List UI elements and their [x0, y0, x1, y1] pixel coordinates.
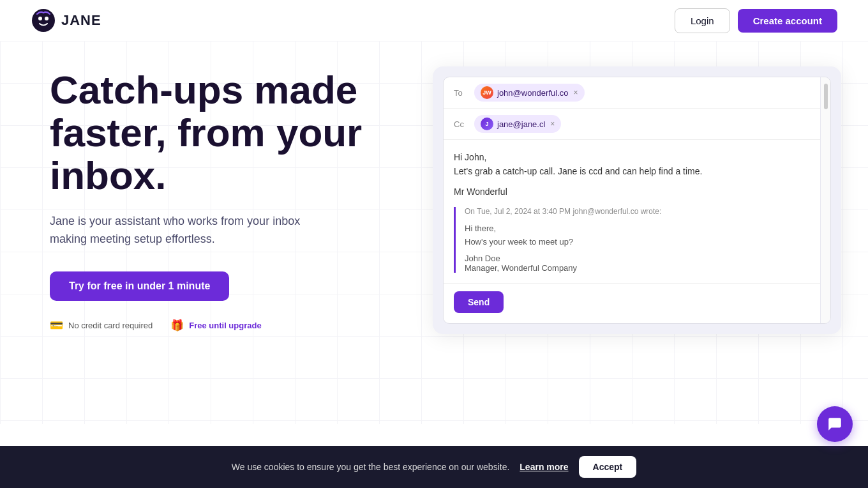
email-sender-name: Mr Wonderful — [454, 187, 807, 197]
chat-fab-button[interactable] — [817, 406, 853, 442]
to-label: To — [454, 88, 467, 98]
quoted-meta: On Tue, Jul 2, 2024 at 3:40 PM john@wond… — [465, 207, 807, 216]
learn-more-link[interactable]: Learn more — [520, 462, 568, 472]
nav-actions: Login Create account — [675, 8, 837, 33]
email-greeting: Hi John, Let's grab a catch-up call. Jan… — [454, 150, 807, 179]
email-card: To JW john@wonderful.co × Cc J jane@jane… — [443, 77, 831, 324]
try-free-button[interactable]: Try for free in under 1 minute — [50, 271, 229, 301]
no-credit-badge: 💳 No credit card required — [50, 319, 153, 332]
cookie-text: We use cookies to ensure you get the bes… — [232, 462, 510, 472]
login-button[interactable]: Login — [675, 8, 730, 33]
logo[interactable]: JANE — [31, 8, 101, 33]
chat-icon — [827, 416, 843, 432]
gift-icon: 🎁 — [170, 319, 184, 332]
create-account-button[interactable]: Create account — [738, 9, 837, 33]
svg-point-2 — [45, 17, 49, 20]
hero-subtext: Jane is your assistant who works from yo… — [50, 213, 331, 248]
free-badge: 🎁 Free until upgrade — [170, 319, 261, 332]
email-footer: Send — [444, 283, 830, 323]
to-chip[interactable]: JW john@wonderful.co × — [474, 84, 585, 102]
hero-right: To JW john@wonderful.co × Cc J jane@jane… — [433, 66, 841, 334]
hero-section: Catch-ups made faster, from your inbox. … — [0, 41, 868, 424]
email-cc-field: Cc J jane@jane.cl × — [444, 109, 830, 140]
free-label: Free until upgrade — [189, 321, 261, 330]
svg-point-1 — [38, 17, 42, 20]
quoted-sender: John Doe Manager, Wonderful Company — [465, 254, 807, 273]
scroll-indicator — [820, 77, 830, 323]
credit-card-icon: 💳 — [50, 319, 63, 332]
hero-left: Catch-ups made faster, from your inbox. … — [50, 69, 407, 332]
email-body: Hi John, Let's grab a catch-up call. Jan… — [444, 140, 830, 283]
logo-text: JANE — [61, 12, 101, 29]
hero-heading: Catch-ups made faster, from your inbox. — [50, 69, 407, 197]
quoted-text: Hi there, How's your week to meet up? — [465, 222, 807, 249]
email-to-field: To JW john@wonderful.co × — [444, 77, 830, 109]
cc-chip[interactable]: J jane@jane.cl × — [474, 115, 561, 133]
badges: 💳 No credit card required 🎁 Free until u… — [50, 319, 407, 332]
send-button[interactable]: Send — [454, 291, 504, 313]
scroll-thumb — [824, 84, 828, 109]
no-credit-label: No credit card required — [68, 321, 153, 330]
cc-remove-icon[interactable]: × — [550, 119, 555, 128]
cookie-bar: We use cookies to ensure you get the bes… — [0, 446, 868, 483]
cc-label: Cc — [454, 119, 467, 129]
to-remove-icon[interactable]: × — [573, 88, 578, 97]
cc-avatar: J — [481, 118, 493, 130]
to-avatar: JW — [481, 86, 493, 99]
navbar: JANE Login Create account — [0, 0, 868, 41]
accept-button[interactable]: Accept — [579, 456, 637, 478]
email-quoted: On Tue, Jul 2, 2024 at 3:40 PM john@wond… — [454, 207, 807, 273]
cc-email: jane@jane.cl — [497, 119, 545, 129]
to-email: john@wonderful.co — [497, 88, 568, 98]
email-card-wrapper: To JW john@wonderful.co × Cc J jane@jane… — [433, 66, 841, 334]
logo-icon — [31, 8, 56, 33]
